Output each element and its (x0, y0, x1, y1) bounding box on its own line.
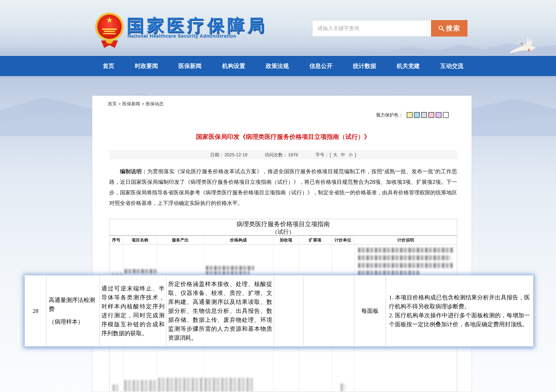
fontsize-large[interactable]: 大 (333, 152, 337, 158)
row28-index-cell: 28 (25, 275, 46, 346)
blurred-text (358, 248, 454, 253)
fontsize-small[interactable]: 小 (348, 152, 353, 158)
blurred-text (158, 378, 203, 391)
row28-name-cell: 高通量测序法检测费 （病理样本） (46, 275, 100, 346)
meta-fontsize: 字号： [ 大 中 小 ] (316, 152, 356, 158)
nav-item-party-building[interactable]: 机关党建 (397, 62, 420, 70)
article-title: 国家医保局印发《病理类医疗服务价格项目立项指南（试行）》 (109, 133, 457, 141)
col-header-service-output: 服务产出 (157, 236, 203, 244)
eye-color-yellow[interactable] (407, 112, 412, 118)
eye-color-white[interactable] (443, 112, 449, 118)
emblem-ribbon (101, 40, 118, 48)
nav-item-organization[interactable]: 机构设置 (222, 62, 245, 70)
table-title-line1: 病理类医疗服务价格项目立项指南 (109, 219, 457, 228)
eye-color-purple[interactable] (436, 112, 441, 118)
site-title-english: National Healthcare Security Administrat… (127, 33, 236, 39)
blurred-text (124, 380, 157, 391)
breadcrumb-medicare-news[interactable]: 医保新闻 (122, 101, 140, 106)
search-icon (438, 25, 444, 31)
page: ★ 国家医疗保障局 National Healthcare Security A… (0, 0, 556, 392)
search-button-label: 搜索 (446, 24, 460, 33)
nav-item-interaction[interactable]: 互动交流 (440, 62, 463, 70)
search-input[interactable] (312, 20, 431, 37)
blurred-text (206, 266, 255, 270)
breadcrumb-medicare-updates[interactable]: 医保动态 (146, 101, 164, 106)
breadcrumb-home[interactable]: 首页 (108, 101, 117, 106)
row28-price-composition-cell: 所定价格涵盖样本接收、处理、核酸提取、仪器准备、校准、质控、扩增、文库构建、高通… (166, 275, 274, 346)
paragraph-body: 为贯彻落实《深化医疗服务价格改革试点方案》，推进全国医疗服务价格项目规范编制工作… (109, 168, 457, 206)
nav-item-home[interactable]: 首页 (103, 62, 114, 70)
meta-date: 日期： 2025-12-19 (210, 152, 247, 158)
article-meta-bar: 日期： 2025-12-19 访问次数： 1976 字号： [ 大 中 小 ] (109, 151, 457, 159)
breadcrumb-separator: > (142, 101, 144, 106)
blurred-text (358, 271, 419, 276)
eye-protect-bar: 视力保护色： (376, 112, 449, 118)
nav-item-info-disclosure[interactable]: 信息公开 (309, 62, 332, 70)
nav-item-politics-news[interactable]: 时政要闻 (135, 62, 158, 70)
blurred-text (358, 263, 453, 268)
article-paragraph: 编制说明：为贯彻落实《深化医疗服务价格改革试点方案》，推进全国医疗服务价格项目规… (109, 166, 457, 208)
blurred-text (113, 384, 118, 391)
national-emblem-icon: ★ (95, 13, 124, 41)
table-title: 病理类医疗服务价格项目立项指南 （试行） (109, 219, 457, 235)
meta-date-value: 2025-12-19 (224, 152, 247, 158)
paragraph-lead: 编制说明： (120, 168, 147, 174)
eye-color-gray[interactable] (421, 112, 427, 118)
row28-surcharge-cell (274, 275, 304, 346)
row28-service-output-cell: 通过可逆末端终止、半导体等各类测序技术，对样本内核酸特定序列进行测定，同时完成测… (100, 275, 166, 346)
meta-visits: 访问次数： 1976 (265, 152, 298, 158)
table-title-line2: （试行） (109, 228, 457, 235)
eye-color-blue[interactable] (414, 112, 420, 118)
header-search: 搜索 (312, 20, 467, 37)
fontsize-medium[interactable]: 中 (341, 152, 345, 158)
eye-color-pink[interactable] (428, 112, 434, 118)
row28-unit-cell: 每面板 (354, 275, 386, 346)
col-header-extension: 扩展项 (299, 236, 332, 244)
col-header-pricing-note: 计价说明 (354, 236, 457, 244)
highlighted-row-28[interactable]: 28 高通量测序法检测费 （病理样本） 通过可逆末端终止、半导体等各类测序技术，… (25, 275, 533, 347)
blurred-text (358, 255, 451, 260)
search-button[interactable]: 搜索 (431, 20, 467, 37)
nav-item-medicare-news[interactable]: 医保新闻 (178, 62, 202, 70)
col-header-name: 项目名称 (123, 236, 157, 244)
eye-protect-label: 视力保护色： (376, 112, 403, 118)
blurred-text (125, 269, 156, 274)
col-header-index: 序号 (109, 236, 123, 244)
blurred-text (112, 273, 123, 275)
breadcrumb-separator: > (118, 101, 121, 106)
nav-item-policies[interactable]: 政策法规 (266, 62, 289, 70)
col-header-unit: 计价单位 (332, 236, 354, 244)
meta-visits-value: 1976 (288, 152, 298, 158)
main-nav: 首页 时政要闻 医保新闻 机构设置 政策法规 信息公开 统计数据 机关党建 互动… (0, 55, 556, 76)
col-header-surcharge: 加收项 (273, 236, 299, 244)
site-logo[interactable]: ★ 国家医疗保障局 National Healthcare Security A… (95, 12, 286, 52)
nav-item-statistics[interactable]: 统计数据 (353, 62, 376, 70)
blurred-text (205, 378, 253, 391)
row28-extension-cell (304, 275, 354, 346)
blurred-text (206, 271, 249, 275)
breadcrumb: 首页>医保新闻>医保动态 (108, 101, 164, 107)
blurred-text (340, 384, 345, 391)
table-header-row: 序号 项目名称 服务产出 价格构成 加收项 扩展项 计价单位 计价说明 (109, 235, 457, 244)
col-header-price-composition: 价格构成 (203, 236, 273, 244)
row28-pricing-note-cell: 1. 本项目价格构成已包含检测结果分析并出具报告，医疗机构不得另收取病理诊断费。… (386, 275, 533, 346)
